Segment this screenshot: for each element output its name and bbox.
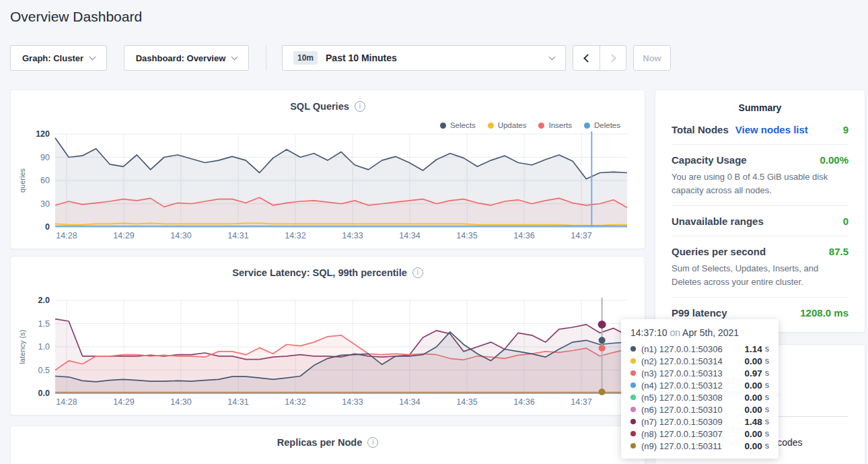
x-tick-label: 14:34: [399, 231, 420, 240]
info-icon[interactable]: i: [367, 437, 378, 448]
service-latency-chart-title: Service Latency: SQL, 99th percentile: [232, 267, 407, 278]
chevron-down-icon: [549, 53, 556, 60]
x-tick-label: 14:32: [285, 231, 305, 240]
service-latency-panel: Service Latency: SQL, 99th percentile i …: [10, 256, 645, 416]
summary-row-capacity: Capacity Usage 0.00% You are using 0 B o…: [672, 144, 848, 205]
capacity-usage-label: Capacity Usage: [672, 154, 747, 166]
node-dot-icon: [630, 395, 636, 400]
tooltip-node-label: (n7) 127.0.0.1:50309: [641, 417, 739, 427]
capacity-usage-value: 0.00%: [820, 154, 848, 166]
tooltip-node-label: (n5) 127.0.0.1:50308: [641, 393, 739, 403]
p99-latency-label: P99 latency: [672, 307, 727, 319]
tooltip-row: (n8) 127.0.0.1:503070.00s: [630, 428, 769, 440]
tooltip-node-unit: s: [765, 344, 769, 354]
now-button[interactable]: Now: [633, 45, 671, 71]
y-tick-label: 2.0: [38, 296, 50, 305]
node-dot-icon: [630, 443, 636, 449]
time-range-dropdown[interactable]: 10m Past 10 Minutes: [282, 45, 566, 71]
tooltip-node-unit: s: [765, 429, 769, 438]
replicas-per-node-panel: Replicas per Node i: [10, 426, 645, 464]
tooltip-node-unit: s: [765, 368, 769, 378]
y-tick-label: 30: [40, 199, 50, 209]
tooltip-node-value: 0.97: [739, 368, 762, 378]
x-tick-label: 14:37: [571, 231, 591, 240]
x-tick-label: 14:32: [285, 397, 305, 407]
y-axis-label: queries: [18, 168, 26, 193]
tooltip-timestamp: 14:37:10 on Apr 5th, 2021: [630, 327, 769, 338]
hover-marker: [599, 337, 606, 343]
x-tick-label: 14:31: [227, 231, 248, 240]
unavailable-ranges-label: Unavailable ranges: [672, 216, 764, 227]
sql-queries-chart-title: SQL Queries: [290, 101, 349, 112]
x-tick-label: 14:28: [56, 397, 77, 407]
sql-queries-chart[interactable]: 14:2814:2914:3014:3114:3214:3314:3414:35…: [11, 128, 644, 248]
tooltip-node-unit: s: [765, 441, 769, 451]
tooltip-node-unit: s: [765, 417, 769, 426]
time-range-badge: 10m: [293, 51, 318, 65]
queries-per-second-label: Queries per second: [672, 246, 766, 257]
node-dot-icon: [630, 407, 636, 412]
x-tick-label: 14:28: [56, 231, 77, 240]
tooltip-row: (n1) 127.0.0.1:503061.14s: [630, 343, 769, 355]
x-tick-label: 14:29: [113, 397, 134, 407]
dashboard-dropdown-label: Dashboard: Overview: [136, 53, 226, 63]
y-tick-label: 0.0: [38, 389, 50, 398]
node-dot-icon: [630, 383, 636, 388]
summary-panel: Summary Total Nodes View nodes list 9 Ca…: [655, 90, 865, 333]
x-tick-label: 14:30: [170, 397, 191, 407]
service-latency-chart[interactable]: 14:2814:2914:3014:3114:3214:3314:3414:35…: [11, 294, 644, 414]
tooltip-row: (n3) 127.0.0.1:503130.97s: [630, 367, 769, 379]
chevron-down-icon: [231, 53, 238, 60]
chart-tooltip: 14:37:10 on Apr 5th, 2021 (n1) 127.0.0.1…: [621, 319, 779, 459]
hover-marker: [599, 345, 606, 352]
x-tick-label: 14:36: [513, 231, 534, 240]
next-time-button[interactable]: [600, 46, 626, 70]
x-tick-label: 14:35: [456, 397, 477, 407]
unavailable-ranges-value: 0: [843, 216, 848, 227]
chevron-down-icon: [89, 53, 96, 60]
tooltip-node-value: 0.00: [739, 356, 762, 366]
tooltip-node-value: 1.48: [739, 417, 762, 427]
node-dot-icon: [630, 358, 636, 364]
tooltip-row: (n9) 127.0.0.1:503110.00s: [630, 440, 769, 452]
y-tick-label: 60: [40, 176, 50, 185]
tooltip-row: (n4) 127.0.0.1:503120.00s: [630, 379, 769, 391]
tooltip-node-value: 1.14: [739, 344, 762, 354]
view-nodes-list-link[interactable]: View nodes list: [735, 124, 808, 135]
chevron-right-icon: [608, 54, 616, 63]
p99-latency-value: 1208.0 ms: [800, 307, 848, 319]
summary-title: Summary: [655, 90, 865, 113]
toolbar-divider: [266, 45, 266, 71]
hover-marker: [599, 389, 606, 395]
tooltip-node-label: (n3) 127.0.0.1:50313: [641, 368, 739, 378]
x-tick-label: 14:29: [113, 231, 134, 240]
tooltip-node-label: (n4) 127.0.0.1:50312: [641, 380, 739, 391]
x-tick-label: 14:35: [456, 231, 477, 240]
node-dot-icon: [630, 419, 636, 424]
y-tick-label: 0.5: [38, 366, 50, 375]
graph-dropdown[interactable]: Graph: Cluster: [10, 45, 107, 71]
tooltip-node-value: 0.00: [739, 405, 762, 415]
y-tick-label: 1.0: [38, 342, 50, 352]
x-tick-label: 14:34: [399, 397, 420, 407]
tooltip-node-unit: s: [765, 356, 769, 366]
tooltip-node-value: 0.00: [739, 380, 762, 391]
tooltip-node-label: (n8) 127.0.0.1:50307: [641, 429, 739, 439]
total-nodes-value: 9: [843, 124, 848, 135]
tooltip-node-label: (n2) 127.0.0.1:50314: [641, 356, 739, 366]
replicas-per-node-chart-title: Replicas per Node: [277, 437, 363, 448]
x-tick-label: 14:37: [571, 397, 591, 407]
info-icon[interactable]: i: [412, 267, 423, 278]
node-dot-icon: [630, 346, 636, 352]
tooltip-node-label: (n1) 127.0.0.1:50306: [641, 344, 739, 354]
tooltip-row: (n6) 127.0.0.1:503100.00s: [630, 403, 769, 416]
y-axis-label: latency (s): [18, 330, 26, 364]
y-tick-label: 0: [45, 222, 50, 232]
tooltip-node-value: 0.00: [739, 393, 762, 403]
time-arrow-group: [573, 45, 626, 71]
dashboard-dropdown[interactable]: Dashboard: Overview: [124, 45, 249, 71]
capacity-usage-description: You are using 0 B of 4.5 GiB usable disk…: [672, 170, 848, 197]
summary-row-unavailable-ranges: Unavailable ranges 0: [672, 205, 848, 236]
prev-time-button[interactable]: [573, 46, 600, 70]
info-icon[interactable]: i: [355, 101, 365, 112]
